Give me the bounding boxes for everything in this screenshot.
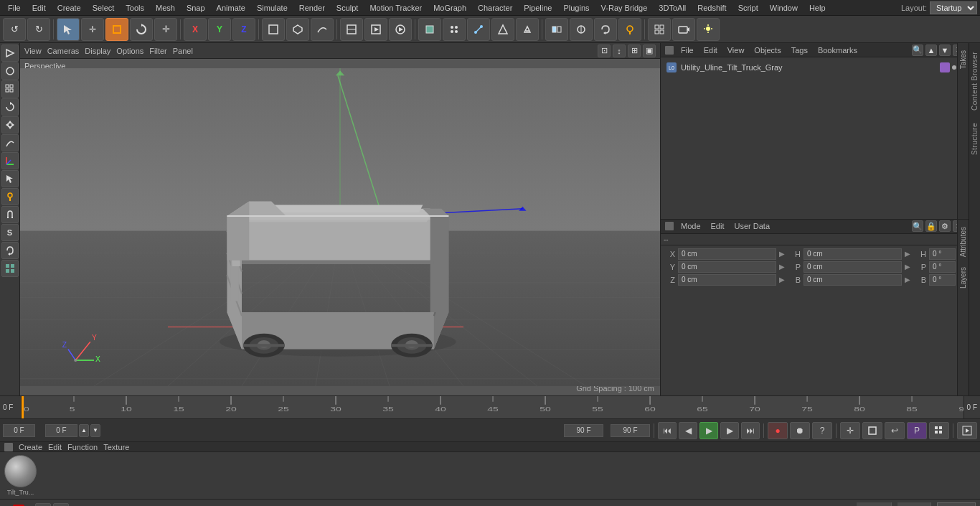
axis-z-button[interactable]: Z (232, 18, 255, 41)
auto-key-button[interactable]: ⏺ (790, 422, 810, 439)
attr-edit-btn[interactable]: Edit (708, 222, 727, 230)
playback-start-input[interactable] (3, 424, 35, 437)
object-axis-button[interactable] (105, 18, 128, 41)
rotate-button[interactable] (130, 18, 153, 41)
sidebar-btn-move[interactable] (1, 116, 19, 133)
object-mode-button[interactable] (262, 18, 285, 41)
spline-mode-button[interactable] (311, 18, 334, 41)
menu-edit[interactable]: Edit (27, 2, 51, 14)
sidebar-btn-axis[interactable] (1, 152, 19, 169)
tab-attributes[interactable]: Attributes (958, 222, 968, 261)
bottom-icon-close[interactable]: ✕ (53, 503, 69, 507)
sidebar-btn-grid[interactable] (1, 80, 19, 98)
menu-motion-tracker[interactable]: Motion Tracker (364, 2, 427, 14)
menu-character[interactable]: Character (473, 2, 517, 14)
sidebar-btn-rotate[interactable] (1, 98, 19, 116)
render-region-button[interactable] (340, 18, 363, 41)
attr-mode-btn[interactable]: Mode (678, 222, 704, 230)
point-mode-button[interactable] (443, 18, 466, 41)
playback-step-up[interactable]: ▲ (79, 424, 89, 437)
tab-layers[interactable]: Layers (958, 263, 968, 293)
menu-file[interactable]: File (3, 2, 26, 14)
coord-y-pos-input[interactable] (678, 261, 776, 273)
menu-simulate[interactable]: Simulate (252, 2, 293, 14)
viewport-menu-options[interactable]: Options (116, 47, 143, 55)
menu-redshift[interactable]: Redshift (692, 2, 731, 14)
light-button[interactable] (697, 18, 720, 41)
next-frame-button[interactable]: ▶ (720, 422, 739, 439)
bottom-icon-window[interactable]: □ (35, 503, 51, 507)
attr-search-icon[interactable]: 🔍 (912, 220, 923, 232)
object-item-truck[interactable]: L0 Utility_Uline_Tilt_Truck_Gray (664, 60, 966, 75)
render-btn[interactable] (957, 422, 977, 439)
coord-z-pos-input[interactable] (678, 274, 776, 286)
tab-takes[interactable]: Takes (958, 46, 968, 73)
tab-content-browser[interactable]: Content Browser (969, 46, 980, 116)
menu-tools[interactable]: Tools (121, 2, 149, 14)
prev-frame-button[interactable]: ◀ (679, 422, 697, 439)
menu-snap[interactable]: Snap (182, 2, 210, 14)
transform-button[interactable]: ✛ (840, 422, 860, 439)
preview-button[interactable]: ? (812, 422, 832, 439)
menu-create[interactable]: Create (52, 2, 86, 14)
axis-x-button[interactable]: X (184, 18, 207, 41)
menu-animate[interactable]: Animate (212, 2, 250, 14)
axis-y-button[interactable]: Y (208, 18, 231, 41)
menu-script[interactable]: Script (733, 2, 763, 14)
playback-step-down[interactable]: ▼ (90, 424, 100, 437)
viewport-menu-panel[interactable]: Panel (173, 47, 193, 55)
viewport-menu-cameras[interactable]: Cameras (47, 47, 80, 55)
goto-start-button[interactable]: ⏮ (658, 422, 677, 439)
menu-plugins[interactable]: Plugins (558, 2, 594, 14)
coord-bb-deg-input[interactable] (929, 274, 956, 286)
render-play-button[interactable] (389, 18, 412, 41)
objects-objects-btn[interactable]: Objects (751, 46, 783, 55)
attr-userdata-btn[interactable]: User Data (732, 222, 773, 230)
sidebar-btn-magnet[interactable] (1, 206, 19, 223)
viewport-icon-2[interactable]: ↕ (613, 44, 626, 57)
tab-structure[interactable]: Structure (969, 117, 980, 161)
edge-mode-button[interactable] (467, 18, 490, 41)
scale-dropdown[interactable]: Scale ▼ (897, 502, 932, 507)
objects-tags-btn[interactable]: Tags (788, 46, 811, 55)
attr-lock-icon[interactable]: 🔒 (925, 220, 937, 232)
playback-current-input[interactable] (45, 424, 77, 437)
viewport-menu-display[interactable]: Display (85, 47, 110, 55)
playback-end-input-1[interactable] (564, 424, 603, 437)
loop-back-button[interactable]: ↩ (885, 422, 905, 439)
menu-help[interactable]: Help (804, 2, 831, 14)
coord-x-pos-input[interactable] (678, 248, 776, 260)
sidebar-btn-loop[interactable] (1, 242, 19, 259)
viewport-menu-filter[interactable]: Filter (149, 47, 166, 55)
camera-button[interactable] (672, 18, 695, 41)
objects-file-btn[interactable]: File (678, 46, 697, 55)
menu-vray[interactable]: V-Ray Bridge (596, 2, 653, 14)
layout-select[interactable]: Startup (930, 1, 977, 14)
sidebar-btn-curve[interactable] (1, 134, 19, 151)
grid-play-button[interactable] (929, 422, 949, 439)
coord-p-input[interactable] (804, 261, 902, 273)
sidebar-btn-s[interactable]: S (1, 224, 19, 241)
polygon-mode-button[interactable] (286, 18, 309, 41)
objects-bookmarks-btn[interactable]: Bookmarks (815, 46, 860, 55)
menu-render[interactable]: Render (294, 2, 330, 14)
objects-view-btn[interactable]: View (725, 46, 748, 55)
menu-window[interactable]: Window (765, 2, 803, 14)
objects-scroll-up-icon[interactable]: ▲ (925, 44, 937, 56)
mat-texture-btn[interactable]: Texture (103, 443, 129, 451)
snap-button[interactable] (862, 422, 882, 439)
menu-mesh[interactable]: Mesh (151, 2, 180, 14)
sidebar-btn-tile[interactable] (1, 260, 19, 277)
mat-create-btn[interactable]: Create (19, 443, 42, 451)
scale-button[interactable]: ✛ (154, 18, 177, 41)
menu-pipeline[interactable]: Pipeline (519, 2, 557, 14)
coord-pb-deg-input[interactable] (929, 261, 956, 273)
attr-gear-icon[interactable]: ⚙ (939, 220, 951, 232)
viewport-canvas[interactable]: Perspective Grid Spacing : 100 cm (20, 59, 660, 395)
viewport-menu-view[interactable]: View (24, 47, 42, 55)
menu-sculpt[interactable]: Sculpt (331, 2, 364, 14)
sidebar-btn-1[interactable] (1, 44, 19, 62)
viewport-icon-4[interactable]: ▣ (643, 44, 656, 57)
move-tool-button[interactable]: ✛ (81, 18, 104, 41)
goto-end-button[interactable]: ⏭ (741, 422, 760, 439)
